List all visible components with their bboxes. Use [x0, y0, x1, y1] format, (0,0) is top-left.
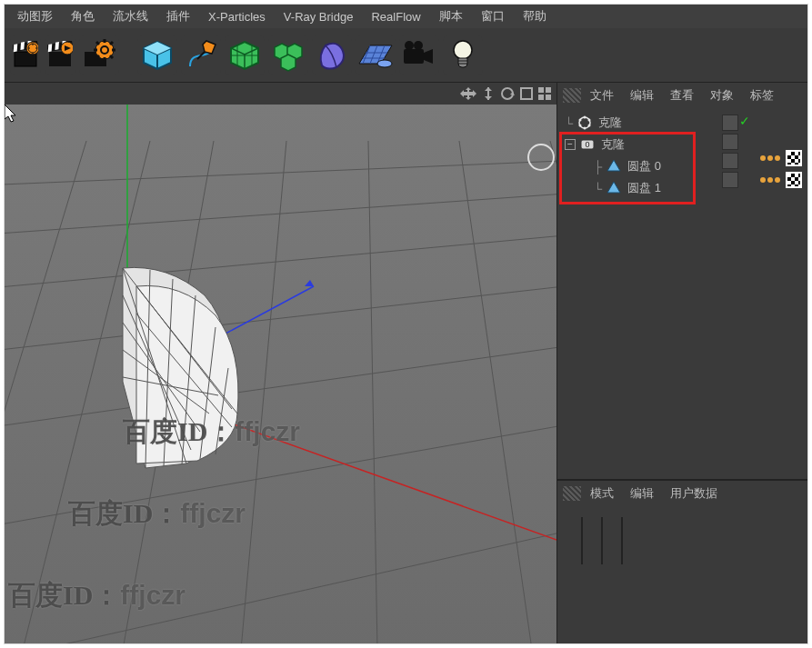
om-tab-object[interactable]: 对象 — [703, 84, 741, 107]
clapper-a-icon — [13, 41, 38, 70]
tree-expander[interactable]: − — [565, 139, 576, 150]
visibility-column — [722, 112, 753, 191]
om-tab-file[interactable]: 文件 — [583, 84, 621, 107]
deformer-button[interactable] — [312, 35, 352, 75]
clapper-b-icon — [47, 41, 73, 70]
menu-item-xparticles[interactable]: X-Particles — [199, 6, 275, 27]
pen-icon — [185, 39, 217, 72]
tree-branch-icon: └ — [594, 182, 602, 195]
tree-row-cloner-top[interactable]: └ 克隆 — [561, 112, 804, 134]
tree-node-name[interactable]: 圆盘 1 — [627, 180, 661, 196]
poly-icon — [606, 158, 622, 174]
attr-divider — [581, 517, 583, 564]
viewport-controls — [5, 83, 556, 105]
menu-item-script[interactable]: 脚本 — [430, 5, 472, 28]
svg-point-42 — [454, 41, 472, 59]
spline-button[interactable] — [181, 35, 221, 75]
tree-node-name[interactable]: 克隆 — [601, 136, 625, 153]
om-tab-edit[interactable]: 编辑 — [623, 84, 661, 107]
mograph-button[interactable] — [268, 35, 308, 75]
svg-marker-96 — [607, 160, 620, 171]
viewport-layout-icon[interactable] — [538, 87, 551, 100]
panel-grip-icon[interactable] — [563, 88, 581, 103]
svg-rect-54 — [538, 95, 544, 100]
dynamics-tag-icon[interactable] — [760, 177, 780, 183]
deformer-icon — [315, 38, 349, 73]
am-tab-edit[interactable]: 编辑 — [623, 482, 661, 505]
object-tree[interactable]: └ 克隆 − 0 克隆 ├ 圆盘 0 └ — [557, 108, 807, 481]
cloner-icon — [576, 115, 593, 131]
svg-rect-51 — [521, 88, 532, 99]
om-tab-view[interactable]: 查看 — [663, 84, 701, 107]
camera-button[interactable] — [399, 35, 439, 75]
tree-node-name[interactable]: 圆盘 0 — [627, 158, 661, 174]
gear-big-icon — [83, 39, 115, 72]
light-button[interactable] — [443, 35, 483, 75]
poly-icon — [606, 180, 622, 196]
viewport-rotate-icon[interactable] — [500, 86, 515, 101]
am-tab-mode[interactable]: 模式 — [583, 482, 621, 505]
menu-item-mograph[interactable]: 动图形 — [8, 5, 62, 28]
side-panels: 文件 编辑 查看 对象 标签 └ 克隆 − 0 克隆 — [557, 83, 807, 643]
environment-button[interactable] — [356, 35, 396, 75]
subdiv-icon — [227, 38, 262, 73]
floor-icon — [357, 40, 394, 71]
app-window: 动图形 角色 流水线 插件 X-Particles V-Ray Bridge R… — [4, 4, 808, 644]
toolbar — [5, 28, 807, 83]
render-view-button[interactable] — [10, 35, 41, 75]
svg-line-14 — [96, 42, 99, 45]
om-tab-tags[interactable]: 标签 — [743, 84, 781, 107]
svg-marker-30 — [281, 55, 296, 71]
dynamics-tag-icon[interactable] — [760, 155, 780, 161]
attribute-panel-body — [557, 506, 807, 643]
primitive-button[interactable] — [137, 35, 177, 75]
svg-rect-55 — [546, 95, 551, 100]
viewport-3d[interactable]: 百度ID：ffjczr 百度ID：ffjczr 百度ID：ffjczr — [5, 105, 556, 643]
menu-item-plugins[interactable]: 插件 — [157, 5, 199, 28]
panel-grip-icon[interactable] — [563, 486, 581, 501]
svg-rect-38 — [404, 49, 424, 64]
viewport-frame-icon[interactable] — [520, 87, 533, 100]
render-settings-button[interactable] — [79, 35, 119, 75]
visibility-toggle[interactable] — [722, 115, 738, 131]
svg-point-93 — [579, 119, 582, 122]
menu-item-pipeline[interactable]: 流水线 — [104, 5, 157, 28]
tree-node-name[interactable]: 克隆 — [598, 115, 622, 131]
svg-rect-53 — [546, 87, 551, 93]
menu-item-character[interactable]: 角色 — [62, 5, 104, 28]
texture-tag-icon[interactable] — [786, 172, 802, 188]
generator-button[interactable] — [225, 35, 265, 75]
tag-row[interactable] — [760, 172, 802, 188]
attr-divider — [621, 517, 623, 564]
svg-marker-21 — [203, 41, 216, 54]
svg-marker-45 — [460, 87, 476, 100]
menu-item-window[interactable]: 窗口 — [472, 5, 514, 28]
svg-text:0: 0 — [585, 140, 589, 149]
visibility-toggle[interactable] — [722, 172, 738, 188]
am-tab-userdata[interactable]: 用户数据 — [663, 482, 725, 505]
svg-point-90 — [588, 125, 591, 127]
svg-rect-56 — [5, 105, 556, 643]
menu-item-realflow[interactable]: RealFlow — [362, 6, 429, 27]
menu-bar: 动图形 角色 流水线 插件 X-Particles V-Ray Bridge R… — [5, 5, 807, 28]
svg-marker-97 — [607, 182, 620, 193]
viewport-zoom-icon[interactable] — [482, 87, 495, 100]
render-pv-button[interactable] — [45, 35, 75, 75]
menu-item-help[interactable]: 帮助 — [514, 5, 556, 28]
svg-point-92 — [579, 125, 582, 127]
svg-point-37 — [377, 60, 392, 67]
viewport-move-icon[interactable] — [460, 87, 476, 100]
visibility-toggle[interactable] — [722, 153, 738, 169]
svg-rect-52 — [538, 87, 544, 93]
attribute-manager-tabs: 模式 编辑 用户数据 — [557, 481, 807, 506]
svg-point-91 — [584, 127, 586, 130]
svg-line-15 — [110, 55, 113, 58]
texture-tag-icon[interactable] — [786, 150, 802, 166]
viewport-scene-icon — [5, 105, 556, 643]
svg-line-16 — [110, 42, 113, 45]
menu-item-vray[interactable]: V-Ray Bridge — [275, 6, 363, 27]
null-icon: 0 — [579, 136, 596, 153]
visibility-toggle[interactable] — [722, 134, 738, 150]
tag-row[interactable] — [760, 150, 802, 166]
tree-branch-icon: ├ — [594, 160, 602, 174]
